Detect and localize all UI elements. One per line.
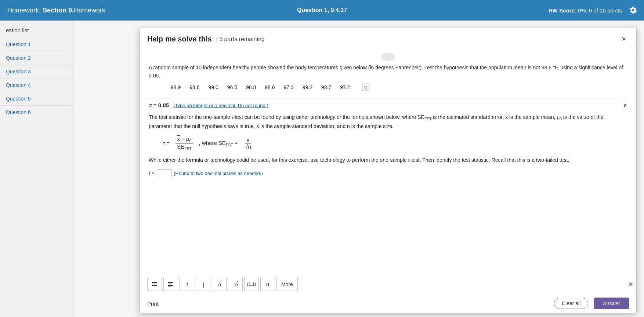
sidebar-q6-label: Question 6 — [6, 109, 31, 115]
answer-button[interactable]: Answer — [594, 298, 629, 309]
divider-1 — [149, 97, 627, 97]
toolbar-btn-4[interactable]: || — [196, 278, 210, 291]
svg-rect-5 — [168, 285, 173, 286]
sidebar-title: estion list — [0, 24, 73, 38]
sidebar-q1-label: Question 1 — [6, 41, 31, 47]
svg-rect-0 — [152, 282, 157, 283]
data-val-7: 97.3 — [284, 84, 294, 90]
sidebar-item-q2[interactable]: Question 2 — [0, 51, 73, 65]
instruction-text: While either the formula or technology c… — [149, 156, 627, 165]
se-denominator: √n — [243, 143, 253, 150]
data-copy-icon[interactable]: ⊡ — [362, 84, 369, 91]
t-eq-label: t = — [149, 170, 155, 176]
data-val-9: 98.7 — [321, 84, 331, 90]
svg-rect-2 — [152, 285, 157, 286]
scroll-more-indicator[interactable]: ··· — [381, 53, 395, 61]
modal-body[interactable]: ··· A random sample of 10 independent he… — [140, 50, 636, 274]
svg-rect-4 — [168, 284, 172, 284]
parts-remaining-text: 3 parts remaining — [219, 36, 265, 42]
alpha-hint: (Type an integer or a decimal. Do not ro… — [173, 103, 268, 108]
gear-icon[interactable] — [628, 5, 638, 15]
toolbar-more-button[interactable]: More — [276, 278, 298, 291]
t-input-line: t = (Round to two decimal places as need… — [149, 169, 627, 177]
svg-rect-1 — [152, 284, 157, 284]
modal-header: Help me solve this | 3 parts remaining × — [140, 28, 636, 50]
svg-rect-6 — [168, 287, 171, 287]
t-input-field[interactable] — [157, 169, 171, 177]
modal-subtitle: | 3 parts remaining — [216, 36, 265, 43]
question-label: Question 1, 9.4.37 — [297, 7, 347, 14]
problem-text: A random sample of 10 independent health… — [149, 63, 627, 80]
toolbar-btn-pi[interactable]: π — [260, 278, 275, 291]
hw-score-value: 0%, — [578, 7, 587, 14]
modal-toolbar: ˡı || √i n√i (1.1) π More ✕ — [140, 274, 636, 295]
formula-fraction: x − μ0 SEEST — [176, 136, 193, 151]
toolbar-btn-1[interactable] — [147, 278, 162, 291]
toolbar-btn-nroot[interactable]: n√i — [228, 278, 243, 291]
sidebar-item-q5[interactable]: Question 5 — [0, 92, 73, 106]
hw-title: Homework: Section 9.Homework — [7, 7, 105, 14]
data-val-6: 98.6 — [265, 84, 275, 90]
alpha-value: 0.05 — [158, 102, 169, 108]
clear-all-button[interactable]: Clear all — [554, 298, 588, 309]
data-values-row: 98.9 98.6 99.0 96.5 98.8 98.6 97.3 99.2 … — [171, 84, 627, 91]
data-val-4: 96.5 — [227, 84, 237, 90]
fraction-denominator: SEEST — [176, 143, 193, 151]
alpha-section: α = 0.05 (Type an integer or a decimal. … — [149, 102, 627, 109]
formula-t-label: t = — [163, 140, 170, 146]
fraction-numerator: x − μ0 — [176, 136, 193, 143]
data-val-8: 99.2 — [303, 84, 312, 90]
sidebar: estion list Question 1 Question 2 Questi… — [0, 21, 73, 317]
se-numerator: s — [245, 137, 251, 143]
toolbar-close-button[interactable]: ✕ — [628, 280, 633, 288]
data-val-2: 98.6 — [189, 84, 199, 90]
formula-where-label: , where SEEST = — [199, 140, 238, 147]
modal-close-button[interactable]: × — [619, 33, 629, 45]
explanation-text-1: The test statistic for the one-sample t-… — [149, 113, 627, 131]
hw-score-label: HW Score: — [549, 7, 576, 14]
main-layout: estion list Question 1 Question 2 Questi… — [0, 21, 644, 317]
toolbar-btn-sqrt[interactable]: √i — [212, 278, 227, 291]
sidebar-q5-label: Question 5 — [6, 96, 31, 102]
formula-area: t = x − μ0 SEEST , where SEEST = s √n — [163, 136, 627, 151]
svg-rect-3 — [168, 282, 173, 283]
sidebar-item-q6[interactable]: Question 6 — [0, 106, 73, 119]
sidebar-item-q3[interactable]: Question 3 — [0, 65, 73, 79]
alpha-caret-icon[interactable]: ∧ — [623, 102, 627, 109]
sidebar-q2-label: Question 2 — [6, 55, 31, 61]
modal-footer-bottom: Print Clear all Answer — [140, 295, 636, 313]
help-modal: Help me solve this | 3 parts remaining ×… — [140, 28, 637, 313]
sidebar-item-q4[interactable]: Question 4 — [0, 79, 73, 92]
top-header: Homework: Section 9.Homework Question 1,… — [0, 0, 644, 21]
hw-score-detail: 0 of 16 points — [589, 7, 622, 14]
data-val-5: 98.8 — [246, 84, 256, 90]
formula-main: t = x − μ0 SEEST , where SEEST = s √n — [163, 136, 627, 151]
formula-se-fraction: s √n — [243, 137, 253, 150]
t-input-hint: (Round to two decimal places as needed.) — [174, 171, 263, 176]
hw-score: HW Score: 0%, 0 of 16 points — [549, 7, 622, 14]
toolbar-btn-3[interactable]: ˡı — [180, 278, 194, 291]
content-area: t the population m Help me solve this | … — [73, 21, 644, 317]
data-val-1: 98.9 — [171, 84, 181, 90]
sidebar-item-q1[interactable]: Question 1 — [0, 38, 73, 51]
sidebar-q3-label: Question 3 — [6, 69, 31, 74]
print-button[interactable]: Print — [147, 300, 159, 307]
alpha-label: α = 0.05 (Type an integer or a decimal. … — [149, 102, 268, 108]
hw-subtitle: Homework — [74, 7, 105, 14]
hw-section: Section 9. — [43, 7, 74, 14]
data-val-3: 99.0 — [209, 84, 218, 90]
data-val-10: 97.2 — [340, 84, 350, 90]
toolbar-btn-2[interactable] — [163, 278, 178, 291]
toolbar-btn-abs[interactable]: (1.1) — [244, 278, 259, 291]
modal-title: Help me solve this — [147, 35, 212, 43]
sidebar-q4-label: Question 4 — [6, 82, 31, 88]
